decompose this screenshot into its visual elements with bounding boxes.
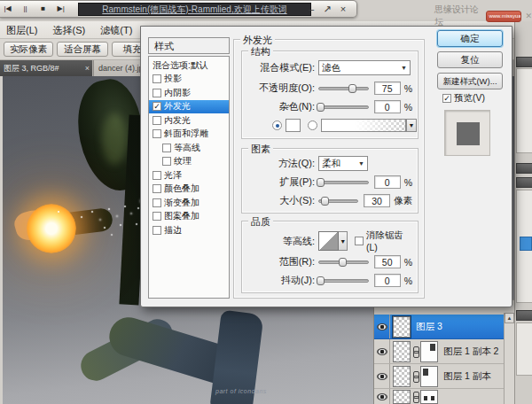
preview-checkbox[interactable]: ✓ — [442, 94, 451, 103]
styles-header: 样式 — [148, 37, 230, 54]
close-icon[interactable]: × — [337, 2, 349, 17]
minimize-icon[interactable]: – — [305, 2, 317, 17]
visibility-eye-icon[interactable] — [377, 323, 387, 330]
noise-slider[interactable] — [318, 105, 369, 109]
jitter-slider-thumb[interactable] — [317, 276, 325, 285]
pause-icon[interactable]: || — [18, 1, 33, 16]
elements-title: 图素 — [248, 143, 273, 156]
menu-select[interactable]: 选择(S) — [47, 21, 92, 37]
jitter-slider[interactable] — [318, 279, 369, 283]
layer-thumbnail[interactable] — [393, 390, 411, 404]
checkbox[interactable] — [153, 171, 161, 180]
style-item-color-overlay[interactable]: 颜色叠加 — [149, 183, 229, 197]
size-slider[interactable] — [318, 199, 358, 203]
layer-mask-thumbnail[interactable] — [420, 366, 438, 387]
gradient-radio[interactable] — [308, 120, 317, 130]
spread-value[interactable]: 0 — [374, 175, 401, 189]
range-slider-thumb[interactable] — [339, 258, 347, 267]
style-item-blending-options[interactable]: 混合选项:默认 — [149, 58, 229, 73]
size-slider-thumb[interactable] — [321, 197, 329, 206]
noise-value[interactable]: 0 — [374, 100, 401, 113]
collapsed-panel-header[interactable] — [516, 310, 532, 321]
gradient-picker-arrow-icon[interactable]: ▼ — [406, 119, 417, 132]
noise-slider-thumb[interactable] — [317, 103, 325, 112]
layer-row[interactable]: 图层 1 副本 — [374, 364, 505, 389]
jitter-label: 抖动(J): — [247, 274, 315, 287]
collapsed-panel-header[interactable] — [516, 177, 532, 188]
style-item-stroke[interactable]: 描边 — [149, 223, 229, 237]
spread-unit: % — [404, 177, 412, 188]
style-item-bevel-emboss[interactable]: 斜面和浮雕 — [149, 128, 229, 142]
layer-mask-thumbnail[interactable] — [420, 341, 438, 362]
checkbox[interactable] — [153, 226, 161, 235]
menu-filter[interactable]: 滤镜(T) — [94, 21, 138, 37]
contour-picker-arrow-icon[interactable]: ▼ — [339, 231, 348, 251]
size-value[interactable]: 30 — [364, 194, 390, 207]
checkbox[interactable] — [153, 129, 161, 138]
checkbox[interactable] — [153, 212, 161, 221]
checkbox[interactable] — [153, 89, 161, 97]
checkbox[interactable] — [162, 157, 171, 166]
new-style-button[interactable]: 新建样式(W)... — [437, 73, 503, 89]
layer-mask-thumbnail[interactable] — [420, 390, 438, 404]
elements-groupbox: 图素 方法(Q): 柔和 ▼ 扩展(P): 0 % 大小(S): — [241, 148, 419, 214]
antialias-checkbox[interactable] — [355, 237, 364, 245]
actual-pixels-button[interactable]: 实际像素 — [4, 42, 53, 57]
opacity-slider-thumb[interactable] — [348, 84, 356, 93]
restore-icon[interactable]: ↗ — [321, 2, 333, 17]
jitter-value[interactable]: 0 — [374, 274, 401, 287]
collapsed-panel-header[interactable] — [516, 163, 532, 174]
previous-track-icon[interactable]: |◀ — [0, 1, 15, 16]
style-item-satin[interactable]: 光泽 — [149, 168, 229, 183]
checkbox[interactable] — [162, 144, 171, 152]
style-item-contour[interactable]: 等高线 — [149, 141, 229, 155]
spread-slider-thumb[interactable] — [317, 178, 325, 187]
checkbox-checked[interactable]: ✓ — [153, 102, 161, 111]
checkbox[interactable] — [153, 198, 161, 207]
glow-gradient-bar[interactable]: ▼ — [321, 119, 406, 132]
color-radio[interactable] — [272, 120, 282, 130]
layer-row[interactable]: 图层 1 副本 2 — [374, 339, 505, 364]
layer-thumbnail[interactable] — [393, 341, 411, 362]
next-track-icon[interactable]: ▶| — [53, 1, 68, 16]
stop-icon[interactable]: ■ — [35, 1, 51, 16]
checkbox[interactable] — [153, 116, 161, 125]
tab-document-active[interactable]: × 图层 3, RGB/8# — [0, 60, 92, 76]
menu-layer[interactable]: 图层(L) — [0, 21, 43, 37]
glow-color-swatch[interactable] — [286, 119, 301, 132]
contour-thumbnail[interactable] — [318, 231, 339, 251]
checkbox[interactable] — [153, 74, 161, 83]
visibility-eye-icon[interactable] — [377, 393, 387, 400]
blue-swatch[interactable] — [520, 237, 532, 251]
style-item-pattern-overlay[interactable]: 图案叠加 — [149, 210, 229, 224]
range-value[interactable]: 50 — [374, 255, 401, 268]
layer-thumbnail[interactable] — [393, 316, 411, 338]
range-slider[interactable] — [318, 260, 369, 264]
layer-row-selected[interactable]: 图层 3 — [374, 315, 505, 339]
spread-slider[interactable] — [318, 181, 369, 184]
checkbox[interactable] — [153, 184, 161, 193]
style-item-drop-shadow[interactable]: 投影 — [149, 73, 229, 87]
style-item-inner-glow[interactable]: 内发光 — [149, 113, 229, 128]
visibility-eye-icon[interactable] — [377, 348, 387, 355]
style-item-inner-shadow[interactable]: 内阴影 — [149, 86, 229, 100]
antialias-label: 消除锯齿(L) — [366, 229, 412, 252]
method-select[interactable]: 柔和 ▼ — [318, 156, 368, 171]
style-item-texture[interactable]: 纹理 — [149, 155, 229, 169]
layer-thumbnail[interactable] — [393, 366, 411, 387]
collapsed-panel-header[interactable] — [516, 57, 532, 67]
opacity-slider[interactable] — [318, 87, 369, 90]
reset-button[interactable]: 复位 — [437, 51, 503, 68]
layers-scrollbar[interactable]: ▲ — [504, 313, 514, 404]
visibility-eye-icon[interactable] — [377, 373, 387, 380]
style-item-gradient-overlay[interactable]: 渐变叠加 — [149, 196, 229, 210]
ok-button[interactable]: 确定 — [437, 30, 503, 47]
blend-mode-select[interactable]: 滤色 ▼ — [318, 60, 411, 75]
style-item-outer-glow[interactable]: ✓外发光 — [149, 100, 229, 114]
layer-row-partial[interactable] — [374, 389, 505, 404]
tab-close-icon[interactable]: × — [85, 60, 90, 76]
opacity-value[interactable]: 75 — [374, 82, 401, 95]
forum-name: 思缘设计论坛 — [434, 4, 482, 28]
scroll-up-icon[interactable]: ▲ — [505, 313, 514, 323]
fit-screen-button[interactable]: 适合屏幕 — [57, 42, 108, 57]
